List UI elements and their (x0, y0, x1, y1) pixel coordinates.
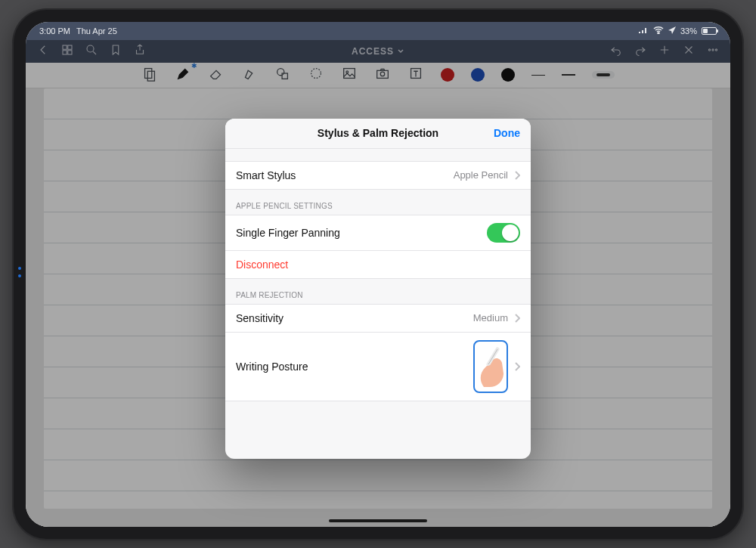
chevron-right-icon (514, 314, 520, 323)
signal-icon (638, 26, 649, 36)
location-icon (668, 26, 676, 36)
sensitivity-value: Medium (473, 312, 508, 324)
wifi-icon (653, 26, 664, 36)
disconnect-label: Disconnect (236, 259, 288, 271)
single-finger-panning-label: Single Finger Panning (236, 227, 340, 239)
chevron-right-icon (514, 171, 520, 180)
smart-stylus-row[interactable]: Smart Stylus Apple Pencil (225, 161, 531, 190)
sensitivity-label: Sensitivity (236, 312, 284, 324)
home-indicator[interactable] (329, 519, 427, 522)
writing-posture-icon (473, 340, 508, 393)
single-finger-panning-row: Single Finger Panning (225, 215, 531, 251)
section-pencil-header: APPLE PENCIL SETTINGS (225, 190, 531, 215)
status-time: 3:00 PM (39, 26, 70, 36)
writing-posture-row[interactable]: Writing Posture (225, 333, 531, 401)
modal-title: Stylus & Palm Rejection (318, 127, 438, 139)
status-date: Thu Apr 25 (76, 26, 117, 36)
section-palm-header: PALM REJECTION (225, 279, 531, 304)
battery-icon (702, 27, 717, 35)
status-bar: 3:00 PM Thu Apr 25 33% (26, 22, 730, 40)
stylus-settings-modal: Stylus & Palm Rejection Done Smart Stylu… (225, 119, 531, 459)
battery-pct: 33% (680, 26, 697, 36)
writing-posture-label: Writing Posture (236, 361, 308, 373)
done-button[interactable]: Done (494, 127, 520, 139)
svg-point-0 (658, 33, 659, 34)
single-finger-panning-toggle[interactable] (487, 223, 520, 243)
sensitivity-row[interactable]: Sensitivity Medium (225, 304, 531, 333)
smart-stylus-value: Apple Pencil (454, 169, 508, 181)
chevron-right-icon (514, 362, 520, 371)
smart-stylus-label: Smart Stylus (236, 169, 296, 181)
disconnect-row[interactable]: Disconnect (225, 251, 531, 279)
